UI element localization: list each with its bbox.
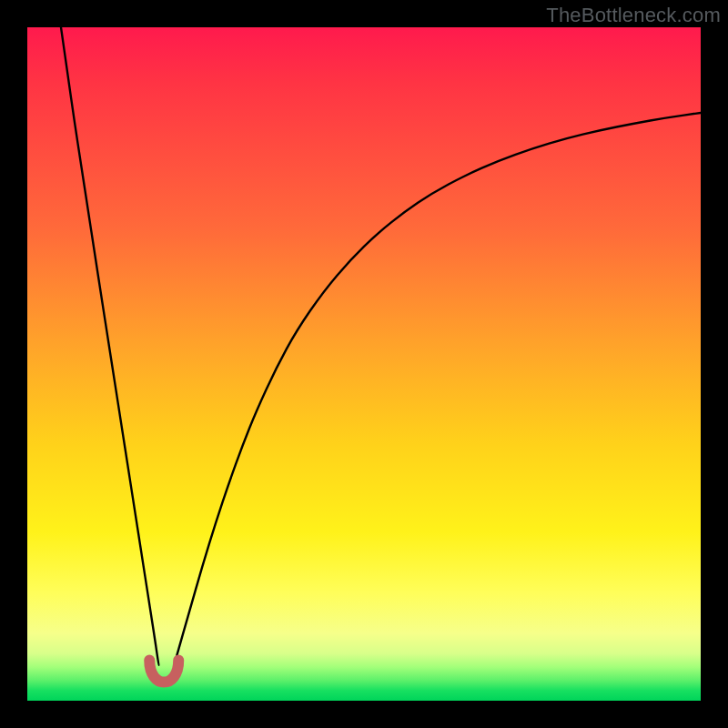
curve-right-branch — [176, 113, 701, 661]
watermark-text: TheBottleneck.com — [546, 4, 721, 27]
chart-frame: TheBottleneck.com — [0, 0, 728, 728]
curve-layer — [27, 27, 701, 701]
curve-left-branch — [61, 27, 158, 665]
cusp-marker — [149, 661, 178, 682]
plot-area — [27, 27, 701, 701]
